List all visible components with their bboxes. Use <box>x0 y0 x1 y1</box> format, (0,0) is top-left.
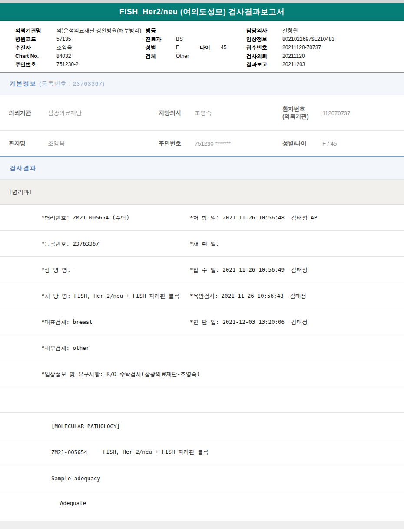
result-row: *등록번호: 23763367 *채 취 일: <box>0 231 404 257</box>
field-value: 112070737 <box>322 110 350 116</box>
field-label: 환자번호(의뢰기관) <box>282 105 309 120</box>
sample-adequacy-label: Sample adequacy <box>51 475 100 481</box>
section-title: 검사결과 <box>10 164 36 172</box>
bottom-gap <box>0 515 404 521</box>
result-left: *대표검체: breast <box>41 318 93 326</box>
section-subtitle: (등록번호 : 23763367) <box>39 80 105 88</box>
specimen-id: ZM21-005654 <box>51 449 87 455</box>
field-value: F <box>176 43 179 52</box>
field-value: Other <box>176 52 189 61</box>
field-label: 결과보고 <box>246 60 267 69</box>
label-line: (의뢰기관) <box>282 113 309 120</box>
report-title-bar: FISH_Her2/neu (여의도성모) 검사결과보고서 <box>0 3 404 21</box>
field-label: 접수번호 <box>246 43 267 52</box>
bottom-strip <box>0 521 404 529</box>
field-value: 20211203 <box>282 60 305 69</box>
field-value: 45 <box>221 43 226 52</box>
field-label: 수진자 <box>15 43 31 52</box>
basic-info-row: 환자명 조영옥 주민번호 751230-******* 성별/나이 F / 45 <box>0 131 404 156</box>
result-left: *처 방 명: FISH, Her-2/neu + FISH 파라핀 블록 <box>41 292 179 299</box>
result-row: *처 방 명: FISH, Her-2/neu + FISH 파라핀 블록 *육… <box>0 283 404 309</box>
label-line: 환자번호 <box>282 106 305 112</box>
field-value: 20211120-70737 <box>282 43 321 52</box>
field-label: 의뢰기관명 <box>15 27 41 35</box>
field-label: 담당의사 <box>246 27 267 35</box>
field-label: 주민번호 <box>15 60 36 69</box>
molecular-header-row: [MOLECULAR PATHOLOGY] <box>0 413 404 439</box>
report-title: FISH_Her2/neu (여의도성모) 검사결과보고서 <box>119 7 285 17</box>
field-value: 조영옥 <box>56 43 72 52</box>
patient-header-block: 의뢰기관명 의)은성의료재단 강안병원(해부병리) 병동 담당의사 전창완 병원… <box>0 21 404 72</box>
field-label: 검사의뢰 <box>246 52 267 61</box>
molecular-header: [MOLECULAR PATHOLOGY] <box>51 422 120 429</box>
field-value: 전창완 <box>282 27 298 35</box>
field-label: 성별 <box>146 43 156 52</box>
field-label: 병원코드 <box>15 35 36 44</box>
field-label: 의뢰기관 <box>9 109 31 117</box>
section-title: 기본정보 <box>10 80 36 88</box>
basic-info-section-header: 기본정보 (등록번호 : 23763367) <box>0 73 404 95</box>
field-label: 성별/나이 <box>282 140 307 147</box>
result-left: *등록번호: 23763367 <box>41 240 99 247</box>
header-row: 의뢰기관명 의)은성의료재단 강안병원(해부병리) 병동 담당의사 전창완 <box>0 27 404 35</box>
header-row: 수진자 조영옥 성별 F 나이 45 접수번호 20211120-70737 <box>0 43 404 52</box>
field-value: 8021022697$L210483 <box>282 35 334 44</box>
result-right: *처 방 일: 2021-11-26 10:56:48 김태정 AP <box>190 214 317 221</box>
field-value: 57135 <box>56 35 71 44</box>
sample-adequacy-value-row: Adequate <box>0 491 404 515</box>
sample-adequacy-row: Sample adequacy <box>0 465 404 491</box>
field-label: 검체 <box>146 52 156 61</box>
field-value: 의)은성의료재단 강안병원(해부병리) <box>56 27 141 35</box>
department-row: [병리과] <box>0 180 404 205</box>
field-label: 진료과 <box>146 35 161 44</box>
field-value: 751230-******* <box>195 140 231 146</box>
field-value: BS <box>176 35 183 44</box>
result-row: *대표검체: breast *진 단 일: 2021-12-03 13:20:0… <box>0 309 404 335</box>
test-name: FISH, Her-2/neu + FISH 파라핀 블록 <box>103 448 209 456</box>
header-row: Chart No. 84032 검체 Other 검사의뢰 20211120 <box>0 52 404 61</box>
field-value: F / 45 <box>322 140 337 146</box>
sample-adequacy-value: Adequate <box>60 500 86 506</box>
field-value: 조영옥 <box>48 140 65 147</box>
result-left: *임상정보 및 요구사항: R/O 수탁검사(삼광의료재단-조영숙) <box>41 370 200 378</box>
result-row: *병리번호: ZM21-005654 (수탁) *처 방 일: 2021-11-… <box>0 205 404 231</box>
results-section-header: 검사결과 <box>0 157 404 180</box>
field-label: 병동 <box>146 27 156 35</box>
result-left: *상 병 명: - <box>41 266 77 273</box>
field-label: 처방의사 <box>159 109 181 117</box>
result-right: *접 수 일: 2021-11-26 10:56:49 김태정 <box>190 266 308 273</box>
basic-info-row: 의뢰기관 삼광의료재단 처방의사 조영숙 환자번호(의뢰기관) 11207073… <box>0 95 404 131</box>
result-left: *세부검체: other <box>41 344 89 352</box>
header-row: 주민번호 751230-2 결과보고 20211203 <box>0 60 404 69</box>
result-right: *진 단 일: 2021-12-03 13:20:06 김태정 <box>190 318 308 326</box>
result-row-empty <box>0 387 404 413</box>
field-label: 주민번호 <box>159 140 181 147</box>
header-row: 병원코드 57135 진료과 BS 임상정보 8021022697$L21048… <box>0 35 404 44</box>
molecular-test-row: ZM21-005654 FISH, Her-2/neu + FISH 파라핀 블… <box>0 439 404 465</box>
result-right: *채 취 일: <box>190 240 219 247</box>
department-label: [병리과] <box>9 188 33 196</box>
field-label: 나이 <box>200 43 210 52</box>
report-page: FISH_Her2/neu (여의도성모) 검사결과보고서 의뢰기관명 의)은성… <box>0 0 404 532</box>
field-value: 84032 <box>56 52 71 61</box>
result-row: *세부검체: other <box>0 335 404 361</box>
result-right: *육안검사: 2021-11-26 10:56:48 김태정 <box>190 292 306 299</box>
top-strip <box>0 0 404 3</box>
result-row: *상 병 명: - *접 수 일: 2021-11-26 10:56:49 김태… <box>0 257 404 283</box>
field-label: 임상정보 <box>246 35 267 44</box>
field-value: 751230-2 <box>56 60 79 69</box>
field-label: 환자명 <box>9 140 26 147</box>
field-value: 삼광의료재단 <box>48 109 82 117</box>
field-label: Chart No. <box>15 52 39 61</box>
result-left: *병리번호: ZM21-005654 (수탁) <box>41 214 129 221</box>
field-value: 조영숙 <box>195 109 212 117</box>
field-value: 20211120 <box>282 52 305 61</box>
result-row: *임상정보 및 요구사항: R/O 수탁검사(삼광의료재단-조영숙) <box>0 361 404 387</box>
